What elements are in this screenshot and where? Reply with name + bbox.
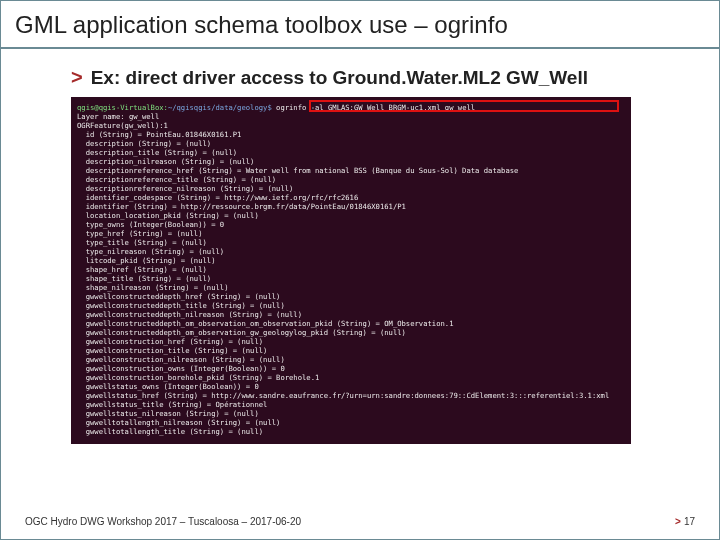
chevron-icon: > <box>71 67 83 87</box>
terminal-prompt: qgis@qgis-VirtualBox:~/qgisqgis/data/geo… <box>77 103 625 112</box>
bullet-row: > Ex: direct driver access to Ground.Wat… <box>71 67 693 89</box>
page-number: >17 <box>675 516 695 527</box>
slide-title: GML application schema toolbox use – ogr… <box>1 1 719 49</box>
footer: OGC Hydro DWG Workshop 2017 – Tuscaloosa… <box>1 516 719 527</box>
prompt-user: qgis@qgis-VirtualBox: <box>77 103 168 112</box>
terminal-output: Layer name: gw_well OGRFeature(gw_well):… <box>77 112 625 436</box>
terminal-screenshot: qgis@qgis-VirtualBox:~/qgisqgis/data/geo… <box>71 97 631 444</box>
slide: GML application schema toolbox use – ogr… <box>0 0 720 540</box>
footer-left: OGC Hydro DWG Workshop 2017 – Tuscaloosa… <box>25 516 301 527</box>
prompt-path: ~/qgisqgis/data/geology$ <box>168 103 272 112</box>
slide-body: > Ex: direct driver access to Ground.Wat… <box>1 49 719 444</box>
prompt-command: ogrinfo -al GMLAS:GW_Well_BRGM-uc1.xml g… <box>272 103 475 112</box>
page-num-value: 17 <box>684 516 695 527</box>
chevron-icon: > <box>675 516 681 527</box>
bullet-text: Ex: direct driver access to Ground.Water… <box>91 67 588 89</box>
